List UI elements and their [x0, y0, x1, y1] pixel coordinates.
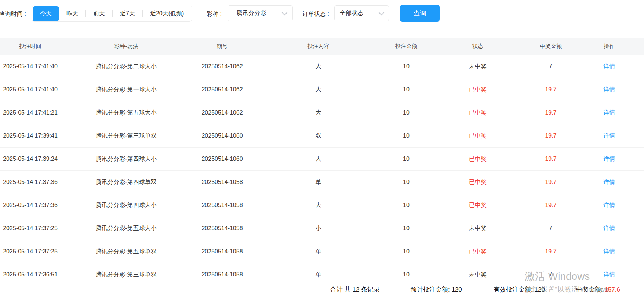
cell-action: 详情 [574, 101, 644, 124]
cell-action: 详情 [574, 55, 644, 78]
cell-bet-time: 2025-05-14 17:39:41 [0, 124, 61, 148]
cell-bet-time: 2025-05-14 17:41:21 [0, 101, 61, 124]
cell-prize-amount: / [527, 55, 574, 78]
cell-issue-number: 20250514-1062 [192, 55, 252, 78]
lottery-type-label: 彩种 : [207, 10, 222, 18]
query-time-label: 查询时间 : [0, 10, 26, 18]
cell-lottery-play: 腾讯分分彩-第二球大小 [61, 55, 192, 78]
cell-bet-content: 大 [252, 101, 384, 124]
cell-issue-number: 20250514-1062 [192, 78, 252, 101]
cell-bet-amount: 10 [384, 101, 428, 124]
cell-bet-content: 单 [252, 240, 384, 263]
time-option[interactable]: 前天 [86, 6, 112, 21]
cell-status: 已中奖 [428, 78, 527, 101]
cell-bet-amount: 10 [384, 240, 428, 263]
cell-status: 已中奖 [428, 194, 527, 217]
time-range-group: 今天昨天前天近7天近20天(低频) [32, 6, 192, 22]
time-option[interactable]: 今天 [33, 6, 59, 21]
orders-table: 投注时间彩种-玩法期号投注内容投注金额状态中奖金额操作 2025-05-14 1… [0, 38, 644, 286]
summary-prize-amount: 中奖金额: 157.6 [576, 285, 620, 294]
column-header: 投注内容 [252, 38, 384, 55]
detail-link[interactable]: 详情 [603, 179, 615, 185]
cell-status: 未中奖 [428, 55, 527, 78]
summary-valid-amount: 有效投注金额: 120 [494, 285, 545, 294]
detail-link[interactable]: 详情 [603, 202, 615, 208]
detail-link[interactable]: 详情 [603, 271, 615, 278]
cell-issue-number: 20250514-1058 [192, 263, 252, 286]
cell-issue-number: 20250514-1058 [192, 217, 252, 240]
cell-lottery-play: 腾讯分分彩-第五球大小 [61, 101, 192, 124]
detail-link[interactable]: 详情 [603, 86, 615, 93]
cell-status: 已中奖 [428, 171, 527, 194]
cell-issue-number: 20250514-1058 [192, 240, 252, 263]
cell-bet-content: 大 [252, 78, 384, 101]
cell-lottery-play: 腾讯分分彩-第四球单双 [61, 171, 192, 194]
cell-bet-time: 2025-05-14 17:41:40 [0, 78, 61, 101]
cell-status: 已中奖 [428, 101, 527, 124]
column-header: 投注金额 [384, 38, 428, 55]
order-status-value: 全部状态 [340, 10, 363, 17]
cell-prize-amount: 19.7 [527, 124, 574, 148]
column-header: 状态 [428, 38, 527, 55]
time-option[interactable]: 昨天 [59, 6, 85, 21]
cell-bet-content: 大 [252, 148, 384, 171]
cell-status: 已中奖 [428, 240, 527, 263]
table-row: 2025-05-14 17:41:21 腾讯分分彩-第五球大小 20250514… [0, 101, 644, 124]
chevron-down-icon [282, 10, 288, 15]
cell-prize-amount: 19.7 [527, 240, 574, 263]
cell-bet-amount: 10 [384, 55, 428, 78]
cell-bet-content: 小 [252, 217, 384, 240]
detail-link[interactable]: 详情 [603, 156, 615, 162]
cell-lottery-play: 腾讯分分彩-第一球大小 [61, 78, 192, 101]
detail-link[interactable]: 详情 [603, 109, 615, 116]
cell-bet-amount: 10 [384, 78, 428, 101]
cell-bet-content: 大 [252, 194, 384, 217]
table-row: 2025-05-14 17:39:41 腾讯分分彩-第三球单双 20250514… [0, 124, 644, 148]
cell-bet-time: 2025-05-14 17:37:25 [0, 240, 61, 263]
detail-link[interactable]: 详情 [603, 63, 615, 69]
detail-link[interactable]: 详情 [603, 133, 615, 139]
cell-bet-time: 2025-05-14 17:37:36 [0, 194, 61, 217]
column-header: 投注时间 [0, 38, 61, 55]
time-option[interactable]: 近20天(低频) [143, 6, 191, 21]
order-status-label: 订单状态 : [302, 10, 329, 18]
cell-bet-time: 2025-05-14 17:41:40 [0, 55, 61, 78]
table-row: 2025-05-14 17:36:51 腾讯分分彩-第三球单双 20250514… [0, 263, 644, 286]
cell-action: 详情 [574, 263, 644, 286]
cell-bet-content: 单 [252, 171, 384, 194]
cell-bet-time: 2025-05-14 17:39:24 [0, 148, 61, 171]
cell-issue-number: 20250514-1058 [192, 171, 252, 194]
cell-issue-number: 20250514-1062 [192, 101, 252, 124]
cell-bet-content: 大 [252, 55, 384, 78]
cell-issue-number: 20250514-1058 [192, 194, 252, 217]
order-status-select[interactable]: 全部状态 [334, 5, 389, 21]
table-row: 2025-05-14 17:37:36 腾讯分分彩-第四球单双 20250514… [0, 171, 644, 194]
cell-action: 详情 [574, 148, 644, 171]
cell-bet-content: 单 [252, 263, 384, 286]
detail-link[interactable]: 详情 [603, 248, 615, 254]
cell-action: 详情 [574, 217, 644, 240]
column-header: 彩种-玩法 [61, 38, 192, 55]
lottery-type-select[interactable]: 腾讯分分彩 [228, 5, 293, 21]
summary-record-count: 合计 共 12 条记录 [330, 285, 380, 294]
cell-lottery-play: 腾讯分分彩-第三球单双 [61, 124, 192, 148]
cell-action: 详情 [574, 194, 644, 217]
search-button[interactable]: 查询 [400, 5, 440, 22]
cell-prize-amount: 19.7 [527, 171, 574, 194]
cell-lottery-play: 腾讯分分彩-第四球大小 [61, 194, 192, 217]
table-row: 2025-05-14 17:41:40 腾讯分分彩-第二球大小 20250514… [0, 55, 644, 78]
cell-bet-time: 2025-05-14 17:37:36 [0, 171, 61, 194]
table-body: 2025-05-14 17:41:40 腾讯分分彩-第二球大小 20250514… [0, 55, 644, 286]
cell-status: 未中奖 [428, 263, 527, 286]
cell-action: 详情 [574, 240, 644, 263]
cell-issue-number: 20250514-1060 [192, 124, 252, 148]
detail-link[interactable]: 详情 [603, 225, 615, 231]
cell-bet-content: 双 [252, 124, 384, 148]
column-header: 期号 [192, 38, 252, 55]
time-option[interactable]: 近7天 [113, 6, 142, 21]
cell-prize-amount: 19.7 [527, 78, 574, 101]
cell-bet-amount: 10 [384, 217, 428, 240]
cell-bet-amount: 10 [384, 171, 428, 194]
cell-action: 详情 [574, 78, 644, 101]
table-row: 2025-05-14 17:39:24 腾讯分分彩-第四球大小 20250514… [0, 148, 644, 171]
